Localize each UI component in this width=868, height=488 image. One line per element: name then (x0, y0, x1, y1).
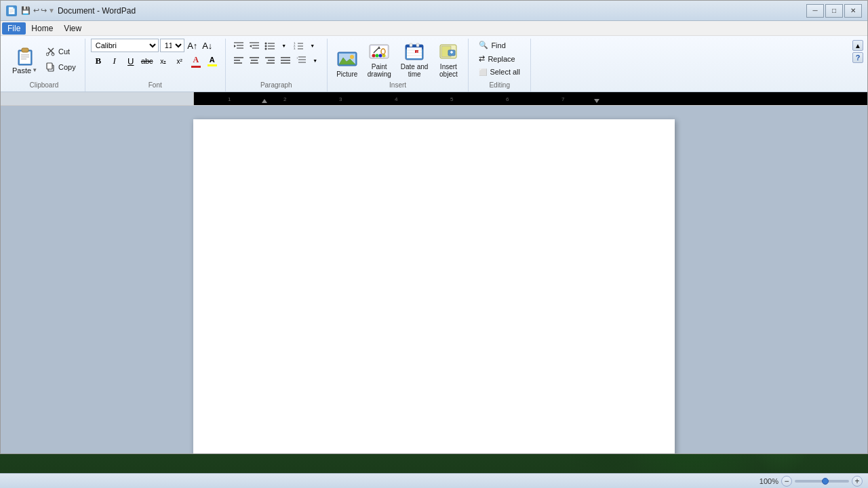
svg-text:5: 5 (450, 96, 454, 102)
insert-object-label: Insertobject (439, 63, 458, 78)
menu-home[interactable]: Home (26, 22, 58, 35)
copy-label: Copy (58, 63, 76, 71)
datetime-label: Date andtime (401, 63, 429, 78)
svg-point-20 (264, 43, 267, 45)
zoom-slider[interactable] (795, 480, 849, 483)
help-button[interactable]: ? (852, 52, 863, 63)
svg-text:4: 4 (395, 96, 398, 102)
align-center-button[interactable] (247, 54, 262, 67)
font-content: Calibri 11 A↑ A↓ B I U abc x₂ x² A (91, 39, 220, 80)
increase-indent-button[interactable] (247, 39, 262, 52)
menu-view[interactable]: View (58, 22, 87, 35)
svg-text:1: 1 (228, 96, 231, 102)
strikethrough-button[interactable]: abc (140, 54, 155, 68)
decrease-indent-button[interactable] (231, 39, 246, 52)
bold-button[interactable]: B (91, 54, 106, 68)
svg-rect-1 (20, 52, 31, 64)
editing-label: Editing (474, 81, 525, 89)
window-title: Document - WordPad (58, 6, 806, 16)
numbering-dropdown[interactable]: ▼ (307, 39, 319, 52)
paint-icon (368, 41, 390, 62)
font-row-1: Calibri 11 A↑ A↓ (91, 39, 214, 52)
find-label: Find (491, 41, 505, 49)
font-size-select[interactable]: 11 (160, 39, 184, 52)
copy-icon (45, 62, 56, 73)
paste-button[interactable]: Paste ▼ (9, 43, 41, 77)
svg-marker-19 (250, 45, 252, 47)
replace-button[interactable]: ⇄ Replace (474, 52, 519, 65)
svg-rect-2 (22, 48, 28, 52)
minimize-button[interactable]: ─ (806, 4, 824, 18)
cut-copy-group: Cut Copy (42, 44, 79, 75)
subscript-button[interactable]: x₂ (156, 54, 171, 68)
quick-access-arrow[interactable]: ▼ (48, 7, 55, 14)
font-grow-button[interactable]: A↑ (186, 39, 199, 52)
text-color-button[interactable]: A (189, 54, 203, 68)
cut-icon (45, 46, 56, 57)
ruler: 1 2 3 4 5 6 7 (1, 92, 867, 106)
insert-group: Picture (328, 39, 469, 92)
clipboard-group: Paste ▼ (3, 39, 85, 92)
collapse-ribbon-button[interactable]: ▲ (852, 40, 863, 51)
maximize-button[interactable]: □ (825, 4, 843, 18)
zoom-percent-label: 100% (760, 477, 778, 485)
align-right-button[interactable] (262, 54, 277, 67)
svg-point-56 (376, 54, 379, 58)
undo-icon[interactable]: ↩ (33, 6, 39, 15)
ribbon-controls: ▲ ? (851, 39, 865, 92)
svg-marker-15 (234, 45, 236, 47)
copy-button[interactable]: Copy (42, 60, 79, 75)
picture-label: Picture (336, 70, 357, 78)
svg-rect-11 (47, 63, 52, 69)
paint-drawing-button[interactable]: Paintdrawing (364, 39, 395, 80)
zoom-out-button[interactable]: − (781, 476, 792, 487)
font-shrink-button[interactable]: A↓ (201, 39, 214, 52)
redo-icon[interactable]: ↪ (41, 6, 47, 15)
ribbon: Paste ▼ (1, 36, 867, 92)
close-button[interactable]: ✕ (844, 4, 862, 18)
font-family-select[interactable]: Calibri (91, 39, 159, 52)
zoom-in-button[interactable]: + (852, 476, 863, 487)
select-all-button[interactable]: ⬜ Select all (474, 66, 525, 78)
italic-button[interactable]: I (107, 54, 122, 68)
replace-icon: ⇄ (479, 54, 485, 63)
svg-text:3: 3 (339, 96, 342, 102)
svg-text:↕: ↕ (296, 56, 298, 60)
bullets-dropdown[interactable]: ▼ (278, 39, 290, 52)
paragraph-group: ▼ 1. 2. 3. ▼ (226, 39, 328, 92)
highlight-color-button[interactable]: A (205, 54, 220, 68)
svg-point-21 (264, 45, 267, 47)
svg-rect-68 (410, 43, 412, 47)
justify-button[interactable] (278, 54, 293, 67)
save-icon[interactable]: 💾 (21, 6, 31, 15)
title-bar: 📄 💾 ↩ ↪ ▼ Document - WordPad ─ □ ✕ (1, 1, 867, 21)
svg-rect-77 (194, 92, 867, 106)
line-spacing-button[interactable]: ↕ (294, 54, 309, 67)
ruler-content: 1 2 3 4 5 6 7 (194, 92, 867, 105)
app-icon: 📄 (6, 5, 17, 16)
find-button[interactable]: 🔍 Find (474, 39, 510, 52)
menu-file[interactable]: File (2, 22, 26, 35)
zoom-control: 100% − + (760, 476, 863, 487)
paragraph-label: Paragraph (231, 81, 321, 89)
superscript-button[interactable]: x² (172, 54, 187, 68)
document-page[interactable] (193, 119, 675, 453)
numbering-button[interactable]: 1. 2. 3. (291, 39, 306, 52)
document-area[interactable] (1, 106, 867, 453)
menu-bar: File Home View (1, 21, 867, 36)
svg-rect-69 (416, 43, 419, 47)
font-group: Calibri 11 A↑ A↓ B I U abc x₂ x² A (85, 39, 226, 92)
find-icon: 🔍 (479, 41, 488, 49)
align-left-button[interactable] (231, 54, 246, 67)
bullets-button[interactable] (262, 39, 277, 52)
insert-object-button[interactable]: Insertobject (434, 39, 462, 80)
paste-label: Paste (12, 66, 31, 75)
paste-icon (14, 45, 36, 66)
underline-button[interactable]: U (123, 54, 138, 68)
clipboard-content: Paste ▼ (9, 39, 79, 80)
line-spacing-dropdown[interactable]: ▼ (309, 54, 321, 67)
insert-content: Picture (333, 39, 463, 80)
cut-button[interactable]: Cut (42, 44, 79, 59)
picture-button[interactable]: Picture (333, 46, 361, 80)
datetime-button[interactable]: 15 Date andtime (397, 39, 432, 80)
